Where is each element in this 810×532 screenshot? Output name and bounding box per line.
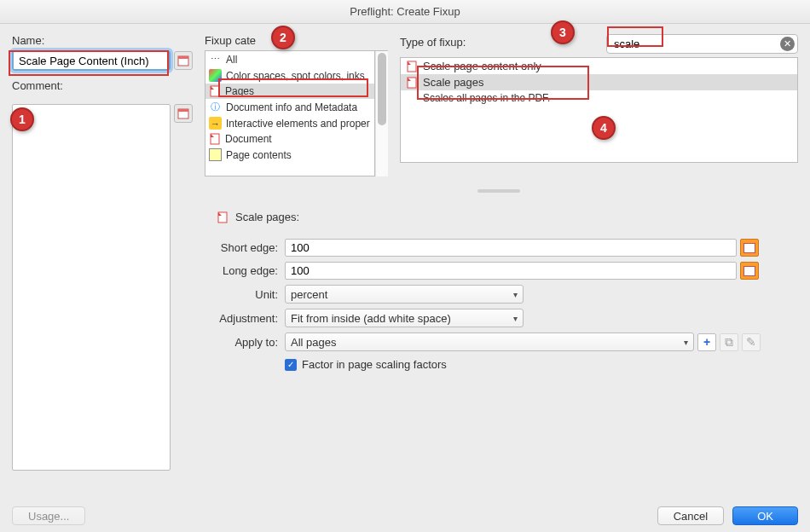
apply-to-label: Apply to: [205, 336, 278, 349]
category-pagecontents[interactable]: Page contents [205, 147, 374, 163]
factor-checkbox-label: Factor in page scaling factors [302, 358, 447, 371]
unit-label: Unit: [205, 288, 278, 301]
category-label: Document info and Metadata [226, 101, 357, 113]
svg-rect-1 [178, 56, 188, 59]
category-document[interactable]: Document [205, 131, 374, 147]
category-label: Color spaces, spot colors, inks [226, 70, 365, 82]
info-icon: ⓘ [209, 101, 222, 113]
adjustment-value: Fit from inside (add white space) [291, 312, 451, 325]
footer: Usage... Cancel OK [12, 506, 798, 525]
check-icon: ✓ [287, 360, 294, 369]
apply-to-select[interactable]: All pages [285, 332, 694, 351]
adjustment-label: Adjustment: [205, 312, 278, 325]
category-label: Document [225, 133, 272, 145]
left-column: Name: Comment: [12, 34, 193, 484]
comment-textarea[interactable] [12, 104, 171, 471]
long-edge-input[interactable] [285, 262, 737, 280]
category-label: Pages [225, 85, 254, 97]
arrow-icon: → [209, 117, 222, 130]
unit-value: percent [291, 288, 327, 301]
comment-label: Comment: [12, 79, 193, 92]
callout-2: 2 [271, 26, 295, 49]
pdf-icon [209, 133, 221, 145]
apply-to-value: All pages [291, 336, 336, 349]
callout-3: 3 [551, 20, 575, 44]
settings-panel: Scale pages: Short edge: Long edge: Unit… [205, 187, 793, 371]
add-page-range-button[interactable]: + [697, 333, 716, 351]
panel-title-row: Scale pages: [217, 211, 793, 223]
comment-var-button[interactable] [174, 104, 193, 123]
short-edge-label: Short edge: [205, 241, 278, 254]
usage-label: Usage... [28, 510, 69, 523]
pdf-icon [406, 77, 418, 89]
window-title: Preflight: Create Fixup [0, 0, 810, 24]
fixup-column: Type of fixup: ✕ Scale page content only… [400, 34, 798, 176]
category-all[interactable]: ⋯All [205, 51, 374, 67]
clear-search-button[interactable]: ✕ [780, 37, 795, 51]
category-interactive[interactable]: →Interactive elements and proper [205, 115, 374, 131]
pdf-icon [406, 61, 418, 72]
pdf-icon [217, 211, 229, 223]
calendar-icon [177, 107, 189, 119]
categories-label: Fixup cate [205, 34, 388, 47]
content-area: Name: Comment: Fixup cate [0, 24, 810, 484]
fixup-scale-pages[interactable]: Scale pages [401, 74, 797, 90]
usage-button: Usage... [12, 506, 85, 525]
color-icon [209, 69, 222, 82]
panel-title: Scale pages: [235, 211, 299, 223]
copy-icon: ⧉ [725, 335, 733, 350]
pdf-icon [209, 85, 221, 97]
calendar-icon [177, 55, 189, 66]
name-input[interactable] [12, 50, 171, 71]
search-wrap: ✕ [606, 34, 798, 54]
cancel-button[interactable]: Cancel [657, 506, 724, 525]
factor-checkbox-row[interactable]: ✓ Factor in page scaling factors [285, 358, 793, 371]
name-label: Name: [12, 34, 193, 47]
fixup-item-label: Scale page content only [423, 60, 541, 72]
fixup-scale-content[interactable]: Scale page content only [401, 58, 797, 74]
page-icon [209, 148, 222, 161]
long-edge-label: Long edge: [205, 264, 278, 277]
search-input[interactable] [606, 34, 798, 54]
category-docinfo[interactable]: ⓘDocument info and Metadata [205, 99, 374, 115]
category-pages[interactable]: Pages [205, 84, 374, 99]
fixup-type-list[interactable]: Scale page content only Scale pages Scal… [400, 57, 798, 163]
ok-button[interactable]: OK [732, 506, 798, 525]
categories-list[interactable]: ⋯All Color spaces, spot colors, inks Pag… [205, 51, 375, 176]
callout-4: 4 [592, 116, 616, 140]
preflight-window: Preflight: Create Fixup Name: Comment: [0, 0, 810, 532]
categories-scrollbar[interactable] [375, 51, 388, 176]
category-color[interactable]: Color spaces, spot colors, inks [205, 67, 374, 84]
grip-icon [477, 189, 520, 193]
category-label: Interactive elements and proper [226, 118, 370, 130]
duplicate-button: ⧉ [720, 333, 738, 351]
name-var-button[interactable] [174, 51, 193, 70]
right-area: Fixup cate ⋯All Color spaces, spot color… [205, 34, 798, 484]
fixup-item-label: Scale pages [423, 76, 484, 89]
long-edge-var-button[interactable] [740, 262, 759, 280]
fixup-type-label: Type of fixup: [400, 36, 466, 49]
category-label: Page contents [226, 149, 292, 161]
factor-checkbox[interactable]: ✓ [285, 359, 297, 371]
callout-1: 1 [10, 107, 34, 131]
cancel-label: Cancel [674, 510, 708, 523]
unit-select[interactable]: percent [285, 285, 524, 304]
adjustment-select[interactable]: Fit from inside (add white space) [285, 309, 524, 327]
short-edge-input[interactable] [285, 239, 737, 257]
fixup-item-desc: Scales all pages in the PDF. [401, 90, 797, 106]
edit-button: ✎ [742, 333, 761, 351]
close-icon: ✕ [784, 38, 791, 49]
dots-icon: ⋯ [209, 53, 222, 66]
pencil-icon: ✎ [746, 335, 756, 349]
categories-column: Fixup cate ⋯All Color spaces, spot color… [205, 34, 388, 176]
svg-rect-3 [178, 109, 188, 112]
ok-label: OK [757, 510, 773, 523]
divider-handle[interactable] [205, 187, 793, 195]
short-edge-var-button[interactable] [740, 239, 759, 257]
category-label: All [226, 54, 237, 66]
scroll-thumb[interactable] [378, 53, 386, 125]
